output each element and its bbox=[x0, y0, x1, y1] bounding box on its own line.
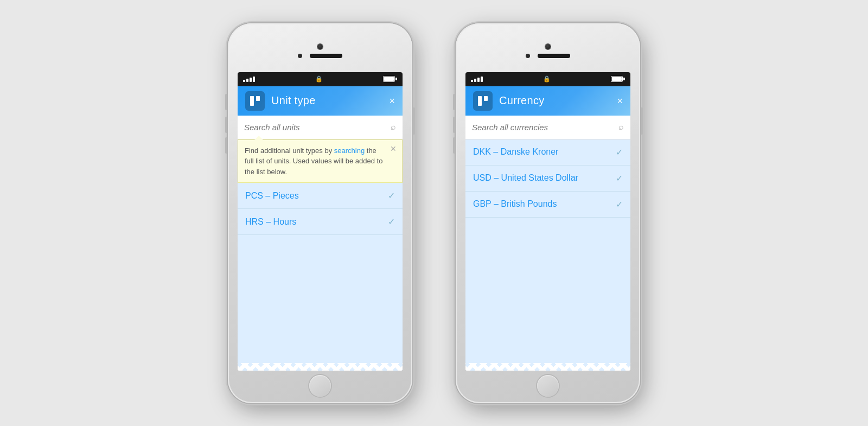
phone-top-2 bbox=[456, 23, 640, 71]
zigzag-bottom-currency bbox=[465, 363, 630, 371]
list-item-hrs[interactable]: HRS – Hours ✓ bbox=[238, 209, 403, 235]
check-icon-gbp: ✓ bbox=[616, 199, 623, 209]
battery-fill bbox=[384, 77, 394, 81]
tooltip-text: Find additional unit types by searching … bbox=[245, 145, 386, 177]
check-icon-pcs: ✓ bbox=[388, 190, 395, 201]
signal-bar-2 bbox=[246, 79, 248, 82]
check-icon-usd: ✓ bbox=[616, 173, 623, 183]
speaker-row-2 bbox=[526, 54, 570, 58]
app-header-unit-type: Unit type × bbox=[238, 86, 403, 116]
close-button-unit-type[interactable]: × bbox=[389, 96, 395, 106]
check-icon-dkk: ✓ bbox=[616, 147, 623, 157]
header-title-unit-type: Unit type bbox=[271, 94, 389, 107]
screen-unit-type: 🔒 Unit type × bbox=[238, 72, 403, 371]
header-title-currency: Currency bbox=[499, 94, 617, 107]
logo-svg bbox=[249, 95, 261, 107]
logo-svg-2 bbox=[477, 95, 489, 107]
signal-bar-2-3 bbox=[477, 78, 480, 82]
phone-top bbox=[228, 23, 412, 71]
front-camera-dot bbox=[298, 54, 302, 58]
search-bar-currency: ⌕ bbox=[465, 116, 630, 139]
lock-icon: 🔒 bbox=[315, 75, 323, 82]
signal-bar-2-4 bbox=[481, 77, 483, 82]
camera bbox=[317, 44, 323, 49]
app-logo-2 bbox=[473, 91, 493, 111]
list-item-dkk[interactable]: DKK – Danske Kroner ✓ bbox=[465, 139, 630, 166]
phone-currency: 🔒 Currency × bbox=[456, 23, 640, 403]
app-header-currency: Currency × bbox=[465, 86, 630, 116]
battery-tip bbox=[395, 78, 397, 80]
svg-rect-0 bbox=[250, 96, 254, 106]
list-item-pcs[interactable]: PCS – Pieces ✓ bbox=[238, 183, 403, 209]
tooltip-box: ✕ Find additional unit types by searchin… bbox=[238, 139, 403, 183]
search-icon-currency[interactable]: ⌕ bbox=[618, 122, 624, 132]
list-item-gbp-label: GBP – British Pounds bbox=[473, 199, 557, 209]
battery-fill-2 bbox=[612, 77, 622, 81]
svg-rect-1 bbox=[256, 96, 260, 101]
battery-icon bbox=[383, 76, 397, 82]
screen-currency: 🔒 Currency × bbox=[465, 72, 630, 371]
signal-bar-2-1 bbox=[471, 80, 473, 82]
list-item-usd[interactable]: USD – United States Dollar ✓ bbox=[465, 166, 630, 192]
svg-rect-3 bbox=[484, 96, 488, 101]
list-item-hrs-label: HRS – Hours bbox=[245, 217, 296, 227]
speaker-2 bbox=[538, 54, 570, 58]
close-button-currency[interactable]: × bbox=[617, 96, 623, 106]
list-item-gbp[interactable]: GBP – British Pounds ✓ bbox=[465, 192, 630, 218]
search-icon-unit-type[interactable]: ⌕ bbox=[391, 122, 396, 132]
home-button-unit-type[interactable] bbox=[309, 375, 331, 397]
svg-rect-2 bbox=[478, 96, 482, 106]
tooltip-arrow bbox=[254, 136, 263, 140]
search-input-unit-type[interactable] bbox=[244, 123, 391, 132]
signal-bar-2-2 bbox=[474, 79, 476, 82]
signal-bars-2 bbox=[471, 77, 483, 82]
signal-bar-4 bbox=[253, 77, 255, 82]
phones-container: 🔒 Unit type × bbox=[228, 23, 640, 403]
camera-2 bbox=[545, 44, 551, 49]
zigzag-bottom-unit-type bbox=[238, 363, 403, 371]
lock-icon-2: 🔒 bbox=[543, 75, 551, 82]
speaker-row bbox=[298, 54, 342, 58]
home-button-currency[interactable] bbox=[537, 375, 559, 397]
list-item-dkk-label: DKK – Danske Kroner bbox=[473, 147, 558, 157]
list-container-unit-type: PCS – Pieces ✓ HRS – Hours ✓ bbox=[238, 183, 403, 363]
signal-bar-3 bbox=[250, 78, 252, 82]
tooltip-close-button[interactable]: ✕ bbox=[390, 144, 397, 153]
search-input-currency[interactable] bbox=[472, 123, 618, 132]
status-bar-2: 🔒 bbox=[465, 72, 630, 86]
check-icon-hrs: ✓ bbox=[388, 217, 395, 227]
list-item-usd-label: USD – United States Dollar bbox=[473, 173, 578, 183]
battery-icon-2 bbox=[611, 76, 625, 82]
phone-unit-type: 🔒 Unit type × bbox=[228, 23, 412, 403]
battery-body bbox=[383, 76, 395, 82]
list-item-pcs-label: PCS – Pieces bbox=[245, 191, 299, 201]
signal-bars bbox=[243, 77, 255, 82]
battery-body-2 bbox=[611, 76, 623, 82]
front-camera-dot-2 bbox=[526, 54, 530, 58]
status-bar: 🔒 bbox=[238, 72, 403, 86]
battery-tip-2 bbox=[623, 78, 625, 80]
speaker bbox=[310, 54, 342, 58]
tooltip-link[interactable]: searching bbox=[334, 147, 365, 155]
signal-bar-1 bbox=[243, 80, 245, 82]
app-logo bbox=[245, 91, 265, 111]
list-container-currency: DKK – Danske Kroner ✓ USD – United State… bbox=[465, 139, 630, 363]
